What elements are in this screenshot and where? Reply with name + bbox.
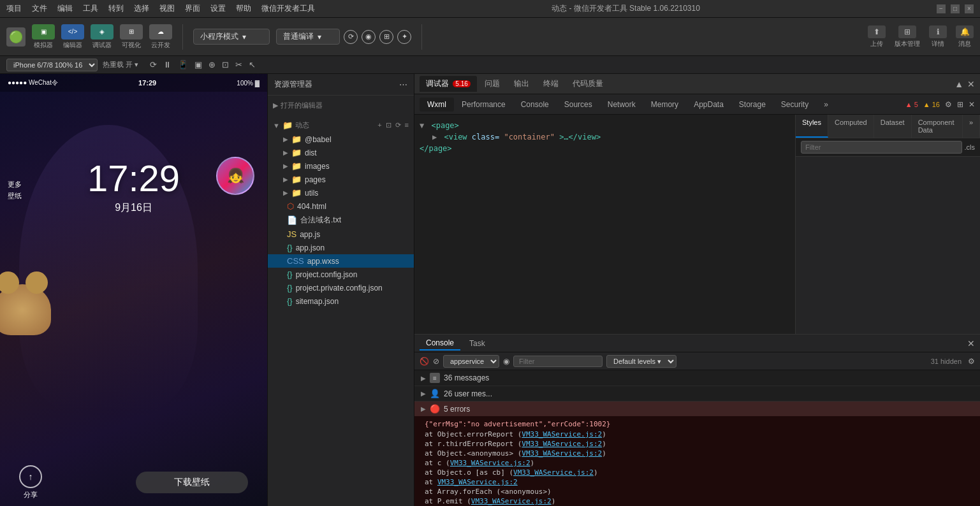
add-folder-icon[interactable]: ⊡ [386,121,391,129]
styles-tab-more[interactable]: » [963,115,980,138]
version-mgmt-button[interactable]: ⊞ 版本管理 [895,25,920,48]
refresh-icon[interactable]: ⟳ [344,30,358,44]
phone-icon[interactable]: 📱 [177,60,189,69]
cut-icon[interactable]: ✂ [234,60,244,69]
tree-item-appjs[interactable]: JS app.js [268,228,414,241]
menu-bar[interactable]: 项目 文件 编辑 工具 转到 选择 视图 界面 设置 帮助 微信开发者工具 [6,3,315,14]
compile-selector[interactable]: 普通编译 ▾ ⟳ ◉ ⊞ ✦ [276,29,411,45]
section-header-messages[interactable]: ▶ ≡ 36 messages [414,370,980,386]
menu-item-tool[interactable]: 工具 [83,3,98,14]
tree-item-domain[interactable]: 📄 合法域名.txt [268,213,414,228]
console-source-select[interactable]: appservice [443,355,499,368]
mode-selector[interactable]: 小程序模式 ▾ [193,29,270,45]
tab-output[interactable]: 输出 [508,76,536,92]
editor-button[interactable]: </> [61,24,84,40]
toolbar-editor[interactable]: </> 编辑器 [61,24,84,50]
open-editors-header[interactable]: ▶ 打开的编辑器 [268,98,414,113]
cursor-icon[interactable]: ↖ [247,60,257,69]
tab-wxml[interactable]: Wxml [420,98,454,112]
stack-link-7[interactable]: VM33_WAService.js:2 [471,497,552,505]
mode-dropdown[interactable]: 小程序模式 ▾ [193,29,270,45]
tab-terminal[interactable]: 终端 [537,76,565,92]
menu-item-goto[interactable]: 转到 [108,3,124,14]
close-button[interactable]: × [965,4,974,13]
menu-item-project[interactable]: 项目 [6,3,22,14]
refresh-tree-icon[interactable]: ⟳ [395,121,401,129]
detail-button[interactable]: ℹ 详情 [929,25,947,48]
hot-reload-label[interactable]: 热重载 开 ▾ [103,60,138,69]
tree-item-sitemap[interactable]: {} sitemap.json [268,294,414,308]
grid-icon[interactable]: ⊡ [221,60,230,69]
device-icon[interactable]: ⊞ [379,30,393,44]
styles-tab-computed[interactable]: Computed [828,115,874,138]
minimize-button[interactable]: − [937,4,946,13]
collapse-icon[interactable]: ≡ [405,121,409,129]
close-devtools-icon[interactable]: ✕ [967,79,975,89]
share-button[interactable]: ↑ 分享 [19,465,42,500]
tab-appdata[interactable]: AppData [686,98,731,112]
stack-link-3[interactable]: VM33_WAService.js:2 [450,459,530,467]
menu-item-interface[interactable]: 界面 [185,3,200,14]
tab-storage[interactable]: Storage [731,98,773,112]
maximize-button[interactable]: □ [951,4,960,13]
tab-task[interactable]: Task [463,337,492,350]
eye-icon[interactable]: ◉ [362,30,376,44]
menu-item-select[interactable]: 选择 [134,3,149,14]
settings-console-icon[interactable]: ⚙ [968,357,975,366]
visual-button[interactable]: ⊞ [120,24,143,40]
reload-icon[interactable]: ⟳ [149,60,158,69]
dom-line-page-close[interactable]: </page> [420,143,790,154]
tab-security[interactable]: Security [773,98,816,112]
stack-link-4[interactable]: VM33_WAService.js:2 [513,468,594,477]
close-inspector-icon[interactable]: ✕ [969,100,975,109]
menu-item-help[interactable]: 帮助 [236,3,251,14]
toolbar-simulator[interactable]: ▣ 模拟器 [32,24,55,50]
tab-issues[interactable]: 问题 [478,76,506,92]
dom-line-view[interactable]: ▶ <view class= "container" >…</view> [420,131,790,143]
eye-toggle-icon[interactable]: ◉ [503,357,509,366]
compile-dropdown[interactable]: 普通编译 ▾ [276,29,340,45]
pause-icon[interactable]: ⏸ [162,60,173,69]
tab-console-main[interactable]: Console [420,336,460,351]
toolbar-debugger[interactable]: ◈ 调试器 [91,24,113,50]
device-select[interactable]: iPhone 6/7/8 100% 16 [6,59,98,71]
message-button[interactable]: 🔔 消息 [956,25,974,48]
download-button[interactable]: 下载壁纸 [136,472,248,493]
styles-filter-input[interactable] [801,141,962,154]
console-close-btn[interactable]: ✕ [967,338,975,349]
styles-tab-styles[interactable]: Styles [796,115,828,138]
cloud-button[interactable]: ☁ [149,24,172,40]
tree-item-404[interactable]: ⬡ 404.html [268,199,414,213]
console-level-select[interactable]: Default levels ▾ [606,355,676,368]
toolbar-cloud[interactable]: ☁ 云开发 [149,24,172,50]
tab-debugger[interactable]: 调试器 5.16 [420,76,477,92]
add-icon[interactable]: ⊕ [207,60,217,69]
tree-item-utils[interactable]: ▶ 📁 utils [268,186,414,199]
section-header-user[interactable]: ▶ 👤 26 user mes... [414,386,980,401]
add-file-icon[interactable]: + [377,121,381,129]
stack-link-1[interactable]: VM33_WAService.js:2 [522,440,602,448]
console-filter-toggle-icon[interactable]: ⊘ [433,357,439,366]
tree-item-dist[interactable]: ▶ 📁 dist [268,146,414,159]
project-header[interactable]: ▼ 📁 动态 + ⊡ ⟳ ≡ [268,118,414,133]
menu-item-wechat[interactable]: 微信开发者工具 [261,3,315,14]
styles-tab-component[interactable]: Component Data [912,115,963,138]
section-header-errors[interactable]: ▶ 🔴 5 errors [414,401,980,416]
toolbar-visual[interactable]: ⊞ 可视化 [120,24,143,50]
tree-more-icon[interactable]: ⋯ [399,80,407,89]
console-close-icon[interactable]: ✕ [967,338,975,349]
tab-performance[interactable]: Performance [454,98,513,112]
screen-icon[interactable]: ▣ [193,60,203,69]
tree-item-images[interactable]: ▶ 📁 images [268,159,414,173]
console-clear-icon[interactable]: 🚫 [420,357,429,366]
tree-item-appwxss[interactable]: CSS app.wxss [268,254,414,268]
project-actions[interactable]: + ⊡ ⟳ ≡ [377,121,409,129]
menu-item-edit[interactable]: 编辑 [57,3,73,14]
tree-item-projectconfig[interactable]: {} project.config.json [268,268,414,281]
debugger-button[interactable]: ◈ [91,24,113,40]
tab-sources[interactable]: Sources [557,98,600,112]
collapse-up-icon[interactable]: ▲ [954,79,963,89]
tab-console[interactable]: Console [513,98,557,112]
tab-network[interactable]: Network [600,98,643,112]
tree-item-babel[interactable]: ▶ 📁 @babel [268,133,414,146]
